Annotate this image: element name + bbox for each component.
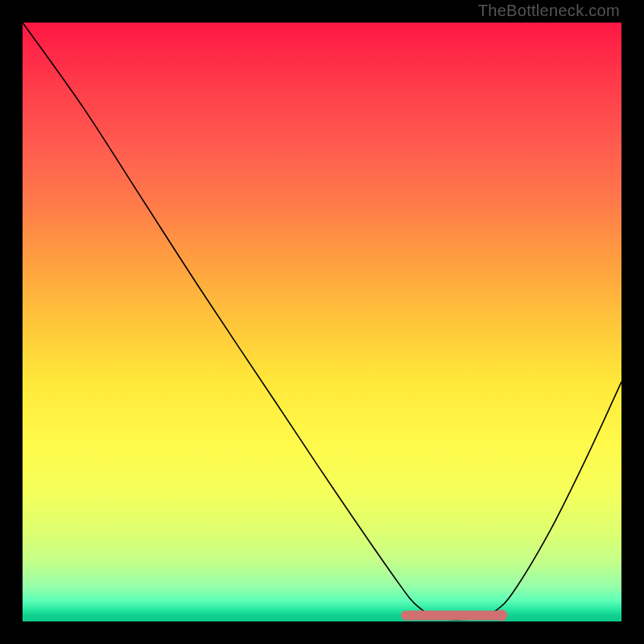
watermark-text: TheBottleneck.com [478, 2, 620, 20]
plot-area [23, 23, 621, 621]
curve-layer [23, 23, 621, 621]
flat-region-end-dot [496, 610, 507, 621]
chart-container: TheBottleneck.com [0, 0, 644, 644]
bottleneck-curve [23, 23, 621, 620]
